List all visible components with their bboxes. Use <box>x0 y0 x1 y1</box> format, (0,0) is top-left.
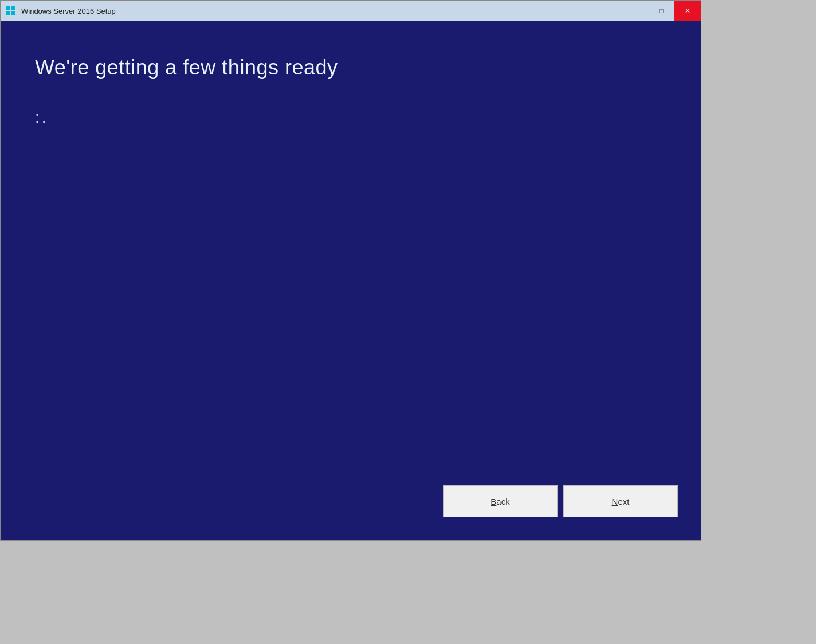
next-button[interactable]: Next <box>563 485 678 517</box>
svg-rect-1 <box>11 6 15 10</box>
titlebar-left: Windows Server 2016 Setup <box>5 5 116 17</box>
restore-icon: □ <box>659 7 663 15</box>
close-button[interactable]: ✕ <box>674 1 701 21</box>
loading-indicator: :. <box>35 108 666 127</box>
next-label: Next <box>612 497 630 506</box>
main-content: We're getting a few things ready :. Back… <box>1 21 701 540</box>
close-icon: ✕ <box>685 7 691 15</box>
next-underline-char: N <box>612 497 618 506</box>
back-label: Back <box>491 497 509 506</box>
app-icon <box>5 5 17 17</box>
window-title: Windows Server 2016 Setup <box>21 7 116 15</box>
titlebar-buttons: ─ □ ✕ <box>622 1 701 21</box>
titlebar: Windows Server 2016 Setup ─ □ ✕ <box>1 1 701 21</box>
svg-rect-3 <box>11 11 15 15</box>
restore-button[interactable]: □ <box>648 1 674 21</box>
svg-rect-0 <box>6 6 10 10</box>
main-heading: We're getting a few things ready <box>35 56 666 80</box>
minimize-icon: ─ <box>633 7 638 15</box>
back-underline-char: B <box>491 497 496 506</box>
svg-rect-2 <box>6 11 10 15</box>
footer-buttons: Back Next <box>443 485 678 517</box>
minimize-button[interactable]: ─ <box>622 1 648 21</box>
back-button[interactable]: Back <box>443 485 558 517</box>
window: Windows Server 2016 Setup ─ □ ✕ We're ge… <box>0 0 701 541</box>
